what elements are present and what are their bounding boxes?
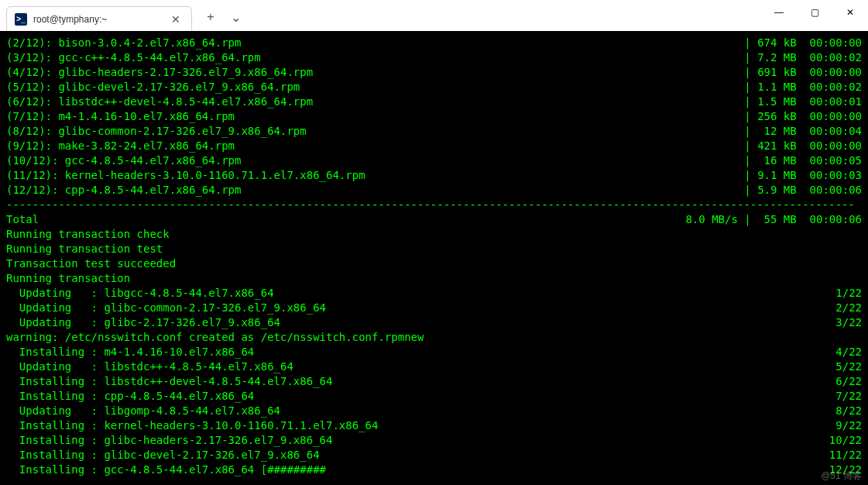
transaction-row: Updating : libstdc++-4.8.5-44.el7.x86_64… [6,359,862,374]
download-row: (11/12): kernel-headers-3.10.0-1160.71.1… [6,168,862,183]
download-row: (8/12): glibc-common-2.17-326.el7_9.x86_… [6,124,862,139]
tab-actions: + ⌄ [192,6,246,28]
download-row: (7/12): m4-1.4.16-10.el7.x86_64.rpm| 256… [6,109,862,124]
transaction-row: warning: /etc/nsswitch.conf created as /… [6,330,862,345]
transaction-row: Installing : libstdc++-devel-4.8.5-44.el… [6,374,862,389]
close-window-button[interactable]: ✕ [832,0,868,25]
transaction-row: Updating : libgcc-4.8.5-44.el7.x86_641/2… [6,286,862,301]
titlebar: >_ root@tymphany:~ ✕ + ⌄ — ▢ ✕ [0,0,868,31]
download-row: (12/12): cpp-4.8.5-44.el7.x86_64.rpm| 5.… [6,183,862,198]
status-line: Running transaction check [6,227,862,242]
terminal-output[interactable]: (2/12): bison-3.0.4-2.el7.x86_64.rpm| 67… [0,31,868,485]
transaction-row: Installing : m4-1.4.16-10.el7.x86_644/22 [6,345,862,359]
minimize-button[interactable]: — [761,0,797,25]
transaction-row: Updating : glibc-common-2.17-326.el7_9.x… [6,301,862,315]
download-row: (5/12): glibc-devel-2.17-326.el7_9.x86_6… [6,80,862,95]
download-row: (10/12): gcc-4.8.5-44.el7.x86_64.rpm| 16… [6,153,862,168]
maximize-button[interactable]: ▢ [797,0,832,25]
transaction-row: Installing : glibc-headers-2.17-326.el7_… [6,433,862,448]
transaction-row: Updating : glibc-2.17-326.el7_9.x86_643/… [6,315,862,330]
download-row: (4/12): glibc-headers-2.17-326.el7_9.x86… [6,65,862,80]
window-controls: — ▢ ✕ [761,0,868,25]
total-row: Total8.0 MB/s | 55 MB 00:00:06 [6,212,862,227]
download-row: (6/12): libstdc++-devel-4.8.5-44.el7.x86… [6,95,862,109]
tab-dropdown-button[interactable]: ⌄ [225,6,246,28]
tab-title: root@tymphany:~ [33,14,162,25]
transaction-row: Installing : kernel-headers-3.10.0-1160.… [6,418,862,433]
new-tab-button[interactable]: + [200,6,221,28]
transaction-row: Updating : libgomp-4.8.5-44.el7.x86_648/… [6,404,862,418]
powershell-icon: >_ [15,13,27,26]
status-line: Running transaction [6,271,862,286]
status-line: Transaction test succeeded [6,256,862,271]
status-line: Running transaction test [6,242,862,256]
divider: ----------------------------------------… [6,198,862,212]
download-row: (2/12): bison-3.0.4-2.el7.x86_64.rpm| 67… [6,36,862,50]
transaction-row: Installing : gcc-4.8.5-44.el7.x86_64 [##… [6,463,862,477]
download-row: (3/12): gcc-c++-4.8.5-44.el7.x86_64.rpm|… [6,50,862,65]
transaction-row: Installing : glibc-devel-2.17-326.el7_9.… [6,448,862,463]
download-row: (9/12): make-3.82-24.el7.x86_64.rpm| 421… [6,139,862,153]
transaction-row: Installing : cpp-4.8.5-44.el7.x86_647/22 [6,389,862,404]
tab-close-button[interactable]: ✕ [168,12,184,27]
terminal-tab[interactable]: >_ root@tymphany:~ ✕ [6,6,192,31]
